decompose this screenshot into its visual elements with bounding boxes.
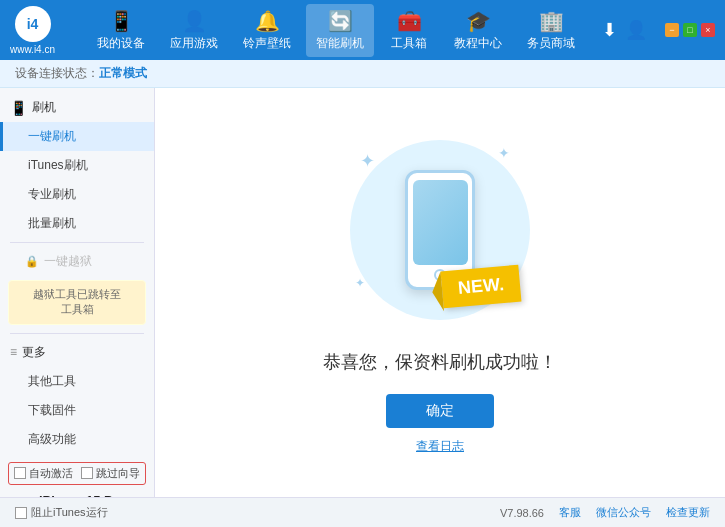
auto-options-box: 自动激活 跳过向导 — [8, 462, 146, 485]
top-bar: i4 www.i4.cn 📱 我的设备 👤 应用游戏 🔔 铃声壁纸 🔄 智能刷机… — [0, 0, 725, 60]
sidebar-note: 越狱工具已跳转至 工具箱 — [8, 280, 146, 325]
quick-guide-label: 跳过向导 — [96, 466, 140, 481]
nav-item-services[interactable]: 🏢 务员商域 — [517, 4, 585, 57]
new-ribbon: NEW. — [441, 265, 522, 309]
status-bar: 设备连接状态： 正常模式 — [0, 60, 725, 88]
itunes-check-label[interactable]: 阻止iTunes运行 — [15, 505, 108, 520]
sidebar-item-batch-flash[interactable]: 批量刷机 — [0, 209, 154, 238]
nav-label-ringtones: 铃声壁纸 — [243, 35, 291, 52]
quick-guide-check[interactable] — [81, 467, 93, 479]
nav-label-tutorials: 教程中心 — [454, 35, 502, 52]
nav-label-services: 务员商域 — [527, 35, 575, 52]
more-section-icon: ≡ — [10, 345, 17, 359]
more-section-label: 更多 — [22, 344, 46, 361]
auto-activate-check[interactable] — [14, 467, 26, 479]
flash-section-icon: 📱 — [10, 100, 27, 116]
new-badge: NEW. — [442, 268, 520, 305]
nav-icon-tools: 🧰 — [397, 9, 422, 33]
logo-sub: www.i4.cn — [10, 44, 55, 55]
sidebar-divider-1 — [10, 242, 144, 243]
customer-service-link[interactable]: 客服 — [559, 505, 581, 520]
nav-item-tools[interactable]: 🧰 工具箱 — [379, 4, 439, 57]
sidebar-item-other-tools[interactable]: 其他工具 — [0, 367, 154, 396]
device-name: iPhone 15 Pro Max — [39, 493, 146, 497]
device-info: 📱 iPhone 15 Pro Max 512GB iPhone — [8, 490, 146, 497]
close-button[interactable]: × — [701, 23, 715, 37]
nav-label-tools: 工具箱 — [391, 35, 427, 52]
bottom-left: 阻止iTunes运行 — [15, 505, 108, 520]
sparkle-star-2: ✦ — [498, 145, 510, 161]
flash-section-label: 刷机 — [32, 99, 56, 116]
sidebar-divider-2 — [10, 333, 144, 334]
version-text: V7.98.66 — [500, 507, 544, 519]
sidebar-more-section: ≡ 更多 其他工具 下载固件 高级功能 — [0, 333, 154, 454]
sidebar-item-advanced[interactable]: 高级功能 — [0, 425, 154, 454]
sidebar-item-one-click-flash[interactable]: 一键刷机 — [0, 122, 154, 151]
bottom-bar: 阻止iTunes运行 V7.98.66 客服 微信公众号 检查更新 — [0, 497, 725, 527]
nav-icon-tutorials: 🎓 — [466, 9, 491, 33]
nav-item-ringtones[interactable]: 🔔 铃声壁纸 — [233, 4, 301, 57]
sidebar-item-pro-flash[interactable]: 专业刷机 — [0, 180, 154, 209]
device-details: iPhone 15 Pro Max 512GB iPhone — [39, 493, 146, 497]
nav-label-apps-games: 应用游戏 — [170, 35, 218, 52]
sidebar-more-header: ≡ 更多 — [0, 338, 154, 367]
download-icon[interactable]: ⬇ — [602, 19, 617, 41]
phone-screen — [413, 180, 468, 265]
auto-activate-label: 自动激活 — [29, 466, 73, 481]
nav-icon-services: 🏢 — [539, 9, 564, 33]
itunes-checkbox[interactable] — [15, 507, 27, 519]
sidebar-item-itunes-flash[interactable]: iTunes刷机 — [0, 151, 154, 180]
nav-item-smart-flash[interactable]: 🔄 智能刷机 — [306, 4, 374, 57]
view-log-link[interactable]: 查看日志 — [416, 438, 464, 455]
confirm-button[interactable]: 确定 — [386, 394, 494, 428]
logo-text: i4 — [27, 16, 39, 32]
content-area: ✦ ✦ ✦ NEW. 恭喜您，保资料刷机成功啦！ 确定 查看日志 — [155, 88, 725, 497]
quick-guide-checkbox[interactable]: 跳过向导 — [81, 466, 140, 481]
top-right-controls: ⬇ 👤 − □ × — [602, 19, 715, 41]
main-layout: 📱 刷机 一键刷机 iTunes刷机 专业刷机 批量刷机 🔒 一键越狱 越狱工具… — [0, 88, 725, 497]
wechat-link[interactable]: 微信公众号 — [596, 505, 651, 520]
success-text: 恭喜您，保资料刷机成功啦！ — [323, 350, 557, 374]
nav-item-apps-games[interactable]: 👤 应用游戏 — [160, 4, 228, 57]
nav-label-smart-flash: 智能刷机 — [316, 35, 364, 52]
nav-icon-ringtones: 🔔 — [255, 9, 280, 33]
window-controls: − □ × — [665, 23, 715, 37]
nav-item-tutorials[interactable]: 🎓 教程中心 — [444, 4, 512, 57]
logo-area: i4 www.i4.cn — [10, 6, 55, 55]
bottom-right: V7.98.66 客服 微信公众号 检查更新 — [500, 505, 710, 520]
status-prefix: 设备连接状态： — [15, 65, 99, 82]
phone-illustration: ✦ ✦ ✦ NEW. — [340, 130, 540, 330]
sidebar: 📱 刷机 一键刷机 iTunes刷机 专业刷机 批量刷机 🔒 一键越狱 越狱工具… — [0, 88, 155, 497]
minimize-button[interactable]: − — [665, 23, 679, 37]
sidebar-flash-header: 📱 刷机 — [0, 93, 154, 122]
sparkle-star-3: ✦ — [355, 276, 365, 290]
nav-label-my-device: 我的设备 — [97, 35, 145, 52]
check-update-link[interactable]: 检查更新 — [666, 505, 710, 520]
sidebar-flash-section: 📱 刷机 一键刷机 iTunes刷机 专业刷机 批量刷机 🔒 一键越狱 越狱工具… — [0, 93, 154, 325]
sparkle-star-1: ✦ — [360, 150, 375, 172]
sidebar-item-download-firmware[interactable]: 下载固件 — [0, 396, 154, 425]
itunes-label: 阻止iTunes运行 — [31, 505, 108, 520]
nav-icon-smart-flash: 🔄 — [328, 9, 353, 33]
auto-activate-checkbox[interactable]: 自动激活 — [14, 466, 73, 481]
nav-bar: 📱 我的设备 👤 应用游戏 🔔 铃声壁纸 🔄 智能刷机 🧰 工具箱 🎓 教程中心… — [70, 4, 602, 57]
nav-icon-apps-games: 👤 — [182, 9, 207, 33]
nav-icon-my-device: 📱 — [109, 9, 134, 33]
nav-item-my-device[interactable]: 📱 我的设备 — [87, 4, 155, 57]
user-icon[interactable]: 👤 — [625, 19, 647, 41]
maximize-button[interactable]: □ — [683, 23, 697, 37]
status-mode: 正常模式 — [99, 65, 147, 82]
sidebar-disabled-jailbreak: 🔒 一键越狱 — [0, 247, 154, 276]
logo-circle: i4 — [15, 6, 51, 42]
lock-icon: 🔒 — [25, 255, 39, 268]
